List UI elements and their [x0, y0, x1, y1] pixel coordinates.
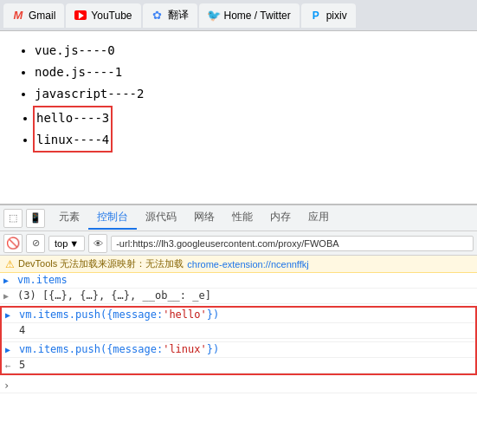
warning-link[interactable]: chrome-extension://ncennffkj — [187, 259, 308, 269]
list-item-text: linux----4 — [36, 133, 109, 146]
console-text: vm.items — [17, 274, 474, 286]
devtools-eye-button[interactable]: 👁 — [88, 234, 107, 253]
devtools-inspect-button[interactable]: ⬚ — [3, 209, 23, 228]
console-arrow-spacer — [5, 324, 19, 326]
devtools-tab-performance[interactable]: 性能 — [223, 206, 261, 230]
tab-translate[interactable]: ✿ 翻译 — [143, 3, 197, 28]
list-item-text: hello----3 — [36, 111, 109, 125]
tab-twitter[interactable]: 🐦 Home / Twitter — [199, 3, 300, 28]
console-text: (3) [{…}, {…}, {…}, __ob__: _e] — [17, 289, 474, 302]
devtools-tab-bar: ⬚ 📱 元素 控制台 源代码 网络 性能 内存 应用 — [0, 205, 477, 231]
tab-translate-label: 翻译 — [168, 8, 189, 23]
tab-pixiv-label: pixiv — [326, 10, 347, 22]
tab-pixiv[interactable]: P pixiv — [301, 3, 356, 28]
console-text: 5 — [19, 359, 472, 371]
console-text: 4 — [19, 324, 472, 336]
tab-youtube-label: YouTube — [91, 10, 132, 22]
devtools-mobile-button[interactable]: 📱 — [26, 209, 45, 228]
devtools-filter-button[interactable]: ⊘ — [26, 234, 45, 253]
highlighted-list-section: hello----3 linux----4 — [33, 106, 113, 153]
console-line: (3) [{…}, {…}, {…}, __ob__: _e] — [0, 289, 477, 304]
list-item-highlighted: hello----3 — [36, 107, 109, 129]
console-line: vm.items — [0, 273, 477, 289]
devtools-top-dropdown[interactable]: top ▼ — [48, 236, 85, 251]
console-arrow-icon[interactable] — [5, 308, 19, 320]
tab-gmail[interactable]: M Gmail — [3, 3, 64, 28]
devtools-tab-sources[interactable]: 源代码 — [137, 206, 185, 230]
dropdown-arrow-icon: ▼ — [69, 238, 79, 249]
item-list: vue.js----0 node.js----1 javascript----2… — [17, 40, 460, 153]
devtools-tab-application[interactable]: 应用 — [300, 206, 338, 230]
list-item-text: javascript----2 — [35, 87, 144, 101]
console-text: vm.items.push({message:'hello'}) — [19, 308, 472, 321]
devtools-clear-button[interactable]: 🚫 — [3, 234, 23, 253]
list-item: vue.js----0 — [35, 40, 460, 62]
page-content: vue.js----0 node.js----1 javascript----2… — [0, 31, 477, 205]
console-arrow-icon[interactable] — [3, 274, 17, 285]
list-item-text: vue.js----0 — [35, 43, 115, 57]
devtools-panel: ⬚ 📱 元素 控制台 源代码 网络 性能 内存 应用 🚫 ⊘ top ▼ — [0, 205, 477, 448]
devtools-tab-console[interactable]: 控制台 — [88, 206, 137, 230]
top-label: top — [55, 238, 68, 249]
console-line: ← 5 — [2, 358, 475, 373]
devtools-tab-network[interactable]: 网络 — [185, 206, 223, 230]
console-arrow-icon[interactable] — [3, 289, 17, 301]
youtube-icon — [74, 10, 87, 22]
console-input-area[interactable]: › — [0, 377, 477, 393]
list-item-highlighted: linux----4 — [36, 129, 109, 151]
devtools-tab-elements[interactable]: 元素 — [50, 206, 88, 230]
console-prompt-icon: › — [3, 378, 17, 392]
twitter-icon: 🐦 — [208, 10, 220, 22]
console-left-arrow-icon: ← — [5, 359, 19, 372]
devtools-tab-memory[interactable]: 内存 — [261, 206, 300, 230]
devtools-toolbar2: 🚫 ⊘ top ▼ 👁 -url:https://lh3.googleuserc… — [0, 231, 477, 256]
warning-text: DevTools 无法加载来源映射：无法加载 — [18, 257, 184, 270]
tab-gmail-label: Gmail — [29, 10, 55, 22]
console-line: vm.items.push({message:'hello'}) — [2, 308, 475, 323]
devtools-url-bar: -url:https://lh3.googleusercontent.com/p… — [111, 236, 474, 251]
console-arrow-icon[interactable] — [5, 343, 19, 354]
devtools-control-icons: ⬚ 📱 — [3, 209, 45, 228]
list-item-text: node.js----1 — [35, 65, 122, 79]
pixiv-icon: P — [310, 10, 322, 22]
tab-youtube[interactable]: YouTube — [66, 3, 140, 28]
translate-icon: ✿ — [151, 10, 164, 22]
console-output: vm.items (3) [{…}, {…}, {…}, __ob__: _e]… — [0, 273, 477, 448]
tab-twitter-label: Home / Twitter — [224, 10, 291, 22]
console-highlighted-block: vm.items.push({message:'hello'}) 4 vm.it… — [0, 306, 477, 375]
list-item: node.js----1 — [35, 62, 460, 83]
browser-tab-bar: M Gmail YouTube ✿ 翻译 🐦 Home / Twitter P … — [0, 0, 477, 31]
console-line: 4 — [2, 323, 475, 339]
list-item: javascript----2 — [35, 83, 460, 105]
warning-icon: ⚠ — [5, 258, 15, 270]
console-line: vm.items.push({message:'linux'}) — [2, 342, 475, 358]
console-text: vm.items.push({message:'linux'}) — [19, 343, 472, 355]
devtools-warning-line: ⚠ DevTools 无法加载来源映射：无法加载 chrome-extensio… — [0, 256, 477, 273]
gmail-icon: M — [12, 10, 24, 22]
